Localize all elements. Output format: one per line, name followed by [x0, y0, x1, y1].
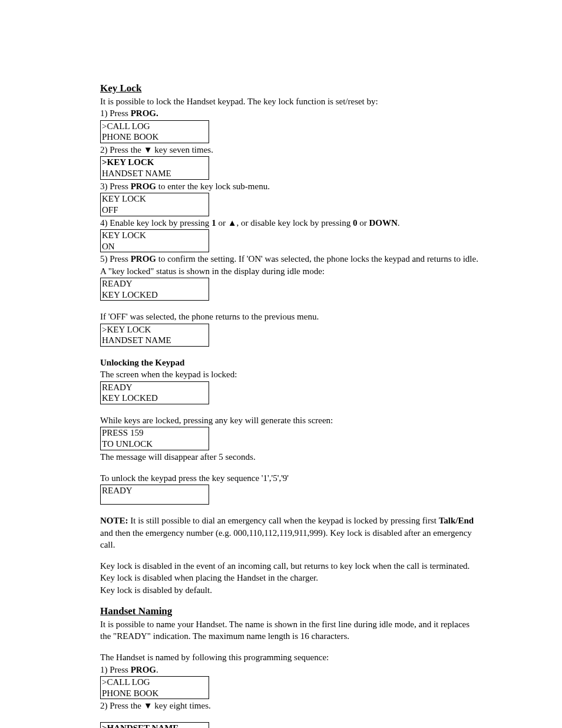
unlock-text-4: To unlock the keypad press the key seque… [100, 472, 482, 484]
manual-page: Key Lock It is possible to lock the Hand… [0, 0, 562, 728]
unlock-text-1: The screen when the keypad is locked: [100, 368, 482, 380]
keylock-step-1: 1) Press PROG. [100, 107, 482, 119]
prog-label: PROG [131, 665, 156, 674]
display-box: KEY LOCK OFF [100, 193, 209, 216]
keylock-step-4: 4) Enable key lock by pressing 1 or ▲, o… [100, 217, 482, 229]
unlock-text-3: The message will disappear after 5 secon… [100, 451, 482, 463]
display-box: PRESS 159 TO UNLOCK [100, 427, 209, 450]
key-1: 1 [211, 218, 216, 228]
text: to confirm the setting. If 'ON' was sele… [100, 254, 478, 275]
display-line: READY [102, 382, 207, 393]
up-arrow-icon: ▲ [228, 218, 237, 228]
down-arrow-icon: ▼ [144, 145, 153, 154]
note-paragraph: NOTE: It is still possible to dial an em… [100, 515, 482, 551]
handset-sequence: The Handset is named by following this p… [100, 651, 482, 663]
display-box: READY KEY LOCKED [100, 381, 209, 405]
display-box: READY [100, 485, 209, 505]
prog-label: PROG [131, 182, 156, 191]
note-label: NOTE: [100, 516, 128, 525]
text: key seven times. [153, 145, 213, 154]
keylock-tail-3: Key lock is disabled by default. [100, 584, 482, 596]
display-line: KEY LOCKED [102, 393, 207, 404]
keylock-step-5: 5) Press PROG to confirm the setting. If… [100, 253, 482, 277]
display-line: TO UNLOCK [102, 439, 207, 450]
keylock-off-note: If 'OFF' was selected, the phone returns… [100, 311, 482, 322]
prog-label: PROG. [131, 108, 158, 118]
display-line: HANDSET NAME [102, 168, 207, 179]
text: It is still possible to dial an emergenc… [128, 516, 439, 525]
text: or [216, 218, 228, 228]
display-line: KEY LOCK [102, 193, 207, 205]
unlock-text-2: While keys are locked, pressing any key … [100, 414, 482, 426]
keylock-step-2: 2) Press the ▼ key seven times. [100, 144, 482, 156]
display-line: ON [102, 241, 207, 252]
display-box: >HANDSET NAME LANGUAGE [100, 722, 209, 729]
display-box: >KEY LOCK HANDSET NAME [100, 156, 209, 180]
keylock-tail-2: Key lock is disabled when placing the Ha… [100, 572, 482, 584]
text: 2) Press the [100, 701, 144, 710]
text: , or disable key lock by pressing [236, 218, 352, 228]
keylock-step-3: 3) Press PROG to enter the key lock sub-… [100, 180, 482, 192]
display-box: READY KEY LOCKED [100, 278, 209, 301]
display-line: >CALL LOG [102, 121, 207, 132]
heading-key-lock: Key Lock [100, 83, 482, 94]
display-line: KEY LOCKED [102, 289, 207, 301]
display-line: HANDSET NAME [102, 335, 207, 346]
text: 1) Press [100, 108, 131, 118]
display-line: >KEY LOCK [102, 157, 207, 168]
display-box: >CALL LOG PHONE BOOK [100, 676, 209, 700]
text: 1) Press [100, 665, 131, 674]
display-line: KEY LOCK [102, 230, 207, 241]
talk-end-label: Talk/End [439, 516, 474, 525]
display-line: PRESS 159 [102, 427, 207, 439]
heading-unlocking: Unlocking the Keypad [100, 357, 482, 368]
display-line: READY [102, 485, 207, 496]
display-line: OFF [102, 205, 207, 216]
display-box: >CALL LOG PHONE BOOK [100, 120, 209, 144]
text: and then the emergency number (e.g. 000,… [100, 528, 472, 549]
display-line: >HANDSET NAME [102, 723, 207, 729]
display-line: READY [102, 278, 207, 289]
text: . [156, 665, 158, 674]
display-line: PHONE BOOK [102, 131, 207, 143]
display-line: >KEY LOCK [102, 324, 207, 335]
text: 5) Press [100, 254, 131, 263]
down-arrow-icon: ▼ [144, 701, 153, 710]
keylock-tail-1: Key lock is disabled in the event of an … [100, 560, 482, 572]
handset-intro: It is possible to name your Handset. The… [100, 618, 482, 643]
text: 4) Enable key lock by pressing [100, 218, 211, 228]
handset-step-1: 1) Press PROG. [100, 664, 482, 676]
text: 2) Press the [100, 145, 144, 154]
heading-handset-naming: Handset Naming [100, 605, 482, 617]
display-line: PHONE BOOK [102, 688, 207, 699]
handset-step-2: 2) Press the ▼ key eight times. [100, 700, 482, 711]
display-box: >KEY LOCK HANDSET NAME [100, 324, 209, 347]
text: . [398, 218, 400, 228]
text: 3) Press [100, 182, 131, 191]
text: to enter the key lock sub-menu. [156, 182, 270, 191]
display-line: >CALL LOG [102, 677, 207, 688]
display-box: KEY LOCK ON [100, 229, 209, 253]
keylock-intro: It is possible to lock the Handset keypa… [100, 95, 482, 107]
prog-label: PROG [131, 254, 156, 263]
text: or [357, 218, 369, 228]
text: key eight times. [153, 701, 211, 710]
key-down: DOWN [369, 218, 397, 228]
